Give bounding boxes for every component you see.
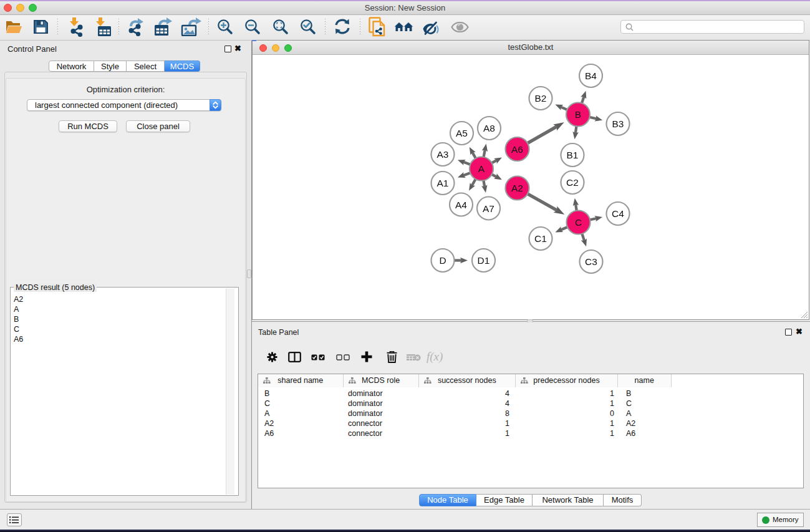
svg-text:C1: C1 [534, 233, 547, 244]
svg-text:A4: A4 [455, 200, 467, 210]
svg-text:A: A [478, 163, 485, 174]
svg-text:B: B [575, 109, 581, 120]
svg-text:C2: C2 [566, 177, 579, 188]
svg-text:D: D [439, 255, 446, 266]
svg-text:B3: B3 [612, 118, 624, 129]
svg-text:C4: C4 [612, 208, 624, 219]
svg-text:A7: A7 [483, 203, 494, 214]
svg-text:B2: B2 [535, 93, 547, 104]
svg-text:B4: B4 [585, 70, 597, 81]
svg-text:A6: A6 [511, 144, 523, 155]
svg-text:A3: A3 [437, 149, 449, 160]
svg-text:B1: B1 [567, 150, 579, 160]
svg-text:D1: D1 [478, 255, 490, 266]
svg-text:A8: A8 [483, 123, 495, 133]
svg-text:A5: A5 [456, 128, 468, 138]
svg-text:A1: A1 [437, 178, 449, 188]
svg-text:C3: C3 [585, 256, 597, 267]
svg-text:C: C [575, 217, 582, 228]
svg-text:A2: A2 [511, 183, 523, 193]
